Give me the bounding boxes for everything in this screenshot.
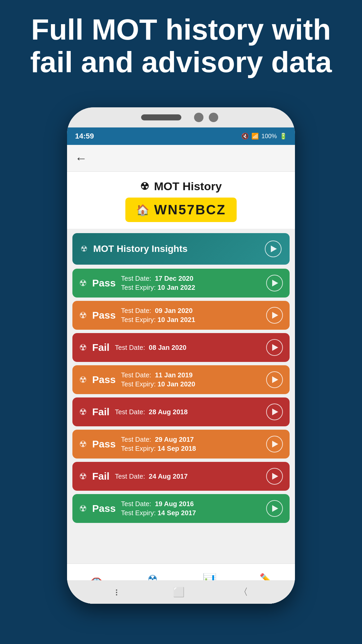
battery-icon: 🔋 [280, 132, 287, 140]
play-tri-4 [272, 409, 278, 415]
gesture-back: 〈 [239, 586, 248, 598]
phone-bottom-gestures: ⫶ ⬜ 〈 [67, 580, 295, 604]
phone-top-hardware [67, 107, 295, 127]
mot-record-5[interactable]: ☢ Pass Test Date: 29 Aug 2017 Test Expir… [72, 430, 290, 459]
mot-dates-0: Test Date: 17 Dec 2020 Test Expiry: 10 J… [121, 275, 195, 291]
header-text: Full MOT history with fail and advisory … [20, 13, 342, 78]
mot-status-6: Fail [92, 471, 110, 482]
mot-record-2[interactable]: ☢ Fail Test Date: 08 Jan 2020 [72, 333, 290, 362]
mot-date-line-6a: Test Date: 24 Aug 2017 [115, 473, 188, 480]
mot-icon-7: ☢ [79, 503, 87, 514]
mot-record-0[interactable]: ☢ Pass Test Date: 17 Dec 2020 Test Expir… [72, 269, 290, 298]
mot-record-4[interactable]: ☢ Fail Test Date: 28 Aug 2018 [72, 397, 290, 426]
play-btn-1[interactable] [266, 307, 283, 324]
mot-status-7: Pass [92, 503, 116, 514]
mot-date-line-5a: Test Date: 29 Aug 2017 [121, 436, 196, 443]
mot-date-line-2a: Test Date: 08 Jan 2020 [115, 344, 186, 352]
mot-status-3: Pass [92, 374, 116, 385]
mot-record-3[interactable]: ☢ Pass Test Date: 11 Jan 2019 Test Expir… [72, 365, 290, 394]
app-toolbar: ← [67, 145, 295, 172]
phone-camera-1 [194, 113, 203, 122]
battery-level: 100% [261, 133, 277, 140]
scroll-content[interactable]: ☢ MOT History Insights ☢ Pass Test Date:… [67, 229, 295, 576]
phone-camera-2 [209, 113, 218, 122]
play-tri-5 [272, 441, 278, 447]
play-btn-3[interactable] [266, 371, 283, 388]
mot-dates-1: Test Date: 09 Jan 2020 Test Expiry: 10 J… [121, 307, 195, 324]
mot-left-5: ☢ Pass Test Date: 29 Aug 2017 Test Expir… [79, 436, 196, 452]
mot-icon-2: ☢ [79, 342, 87, 353]
mot-icon-0: ☢ [79, 278, 87, 288]
title-text: MOT History [154, 180, 222, 193]
insights-icon: ☢ [80, 244, 88, 254]
insights-play-button[interactable] [265, 240, 282, 257]
mot-date-line-1b: Test Expiry: 10 Jan 2021 [121, 316, 195, 324]
mot-left-2: ☢ Fail Test Date: 08 Jan 2020 [79, 342, 186, 353]
mute-icon: 🔇 [241, 132, 249, 140]
page-title-area: ☢ MOT History 🏠 WN57BCZ [67, 172, 295, 229]
title-icon: ☢ [140, 180, 149, 192]
mot-icon-3: ☢ [79, 375, 87, 385]
page-background: Full MOT history with fail and advisory … [0, 0, 362, 644]
insights-card[interactable]: ☢ MOT History Insights [72, 233, 290, 265]
mot-dates-2: Test Date: 08 Jan 2020 [115, 344, 186, 352]
mot-date-line-7a: Test Date: 19 Aug 2016 [121, 500, 196, 508]
mot-icon-1: ☢ [79, 310, 87, 321]
insights-title: MOT History Insights [93, 244, 188, 254]
mot-status-2: Fail [92, 342, 110, 353]
mot-icon-4: ☢ [79, 407, 87, 417]
play-tri-6 [272, 473, 278, 480]
mot-record-1[interactable]: ☢ Pass Test Date: 09 Jan 2020 Test Expir… [72, 301, 290, 330]
mot-dates-4: Test Date: 28 Aug 2018 [115, 408, 188, 416]
play-triangle [271, 246, 277, 252]
play-btn-0[interactable] [266, 275, 283, 291]
mot-left-7: ☢ Pass Test Date: 19 Aug 2016 Test Expir… [79, 500, 196, 517]
mot-left-0: ☢ Pass Test Date: 17 Dec 2020 Test Expir… [79, 275, 195, 291]
play-tri-2 [272, 344, 278, 351]
play-btn-2[interactable] [266, 339, 283, 356]
mot-left-4: ☢ Fail Test Date: 28 Aug 2018 [79, 406, 188, 418]
mot-date-line-4a: Test Date: 28 Aug 2018 [115, 408, 188, 416]
mot-date-line-1a: Test Date: 09 Jan 2020 [121, 307, 195, 315]
phone-speaker [141, 114, 181, 120]
play-tri-7 [272, 505, 278, 512]
mot-date-line-0b: Test Expiry: 10 Jan 2022 [121, 284, 195, 291]
mot-status-0: Pass [92, 277, 116, 289]
play-btn-4[interactable] [266, 404, 283, 420]
plate-garage-icon: 🏠 [136, 204, 149, 216]
play-btn-6[interactable] [266, 468, 283, 485]
mot-date-line-0a: Test Date: 17 Dec 2020 [121, 275, 195, 282]
page-header: Full MOT history with fail and advisory … [0, 13, 362, 78]
mot-left-6: ☢ Fail Test Date: 24 Aug 2017 [79, 471, 188, 482]
mot-date-line-3a: Test Date: 11 Jan 2019 [121, 371, 195, 379]
header-line2: fail and advisory data [30, 45, 332, 78]
play-btn-5[interactable] [266, 436, 283, 452]
plate-box: 🏠 WN57BCZ [125, 198, 237, 222]
status-icons: 🔇 📶 100% 🔋 [241, 132, 287, 140]
play-btn-7[interactable] [266, 500, 283, 517]
mot-date-line-3b: Test Expiry: 10 Jan 2020 [121, 380, 195, 388]
status-time: 14:59 [75, 132, 94, 141]
mot-dates-3: Test Date: 11 Jan 2019 Test Expiry: 10 J… [121, 371, 195, 388]
status-bar: 14:59 🔇 📶 100% 🔋 [67, 127, 295, 145]
mot-date-line-7b: Test Expiry: 14 Sep 2017 [121, 509, 196, 517]
back-button[interactable]: ← [75, 151, 87, 165]
app-content: ← ☢ MOT History 🏠 WN57BCZ ☢ [67, 145, 295, 604]
header-line1: Full MOT history with [31, 13, 331, 46]
mot-date-line-5b: Test Expiry: 14 Sep 2018 [121, 445, 196, 452]
mot-left-3: ☢ Pass Test Date: 11 Jan 2019 Test Expir… [79, 371, 195, 388]
mot-icon-5: ☢ [79, 439, 87, 449]
mot-left-1: ☢ Pass Test Date: 09 Jan 2020 Test Expir… [79, 307, 195, 324]
wifi-icon: 📶 [251, 132, 259, 140]
plate-registration: WN57BCZ [154, 202, 226, 217]
play-tri-3 [272, 376, 278, 383]
mot-icon-6: ☢ [79, 471, 87, 482]
page-title: ☢ MOT History [74, 180, 288, 193]
mot-status-1: Pass [92, 310, 116, 321]
gesture-home: ⬜ [173, 587, 185, 598]
mot-status-5: Pass [92, 438, 116, 450]
mot-record-6[interactable]: ☢ Fail Test Date: 24 Aug 2017 [72, 462, 290, 491]
mot-record-7[interactable]: ☢ Pass Test Date: 19 Aug 2016 Test Expir… [72, 494, 290, 523]
mot-status-4: Fail [92, 406, 110, 418]
play-tri-1 [272, 312, 278, 319]
